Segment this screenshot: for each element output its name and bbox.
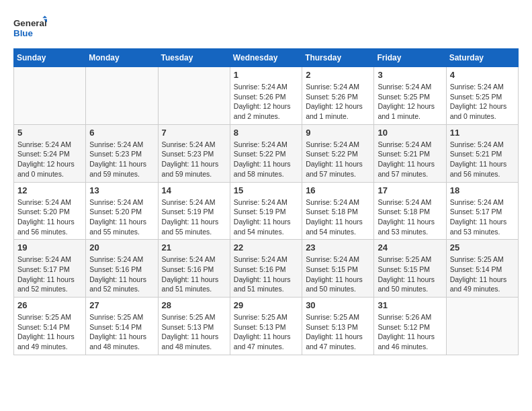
calendar-week-5: 26Sunrise: 5:25 AMSunset: 5:14 PMDayligh… [14,298,519,355]
calendar-cell: 7Sunrise: 5:24 AMSunset: 5:23 PMDaylight… [158,124,230,182]
day-number: 22 [234,242,298,253]
day-number: 25 [450,242,515,253]
calendar-cell: 24Sunrise: 5:25 AMSunset: 5:15 PMDayligh… [374,240,446,298]
day-number: 5 [17,128,82,138]
day-info: Sunrise: 5:24 AMSunset: 5:22 PMDaylight:… [234,140,298,179]
column-header-sunday: Sunday [14,49,86,67]
day-info: Sunrise: 5:25 AMSunset: 5:14 PMDaylight:… [17,312,82,352]
day-number: 6 [89,128,154,138]
day-number: 18 [450,185,515,195]
day-info: Sunrise: 5:25 AMSunset: 5:13 PMDaylight:… [234,312,298,352]
day-info: Sunrise: 5:24 AMSunset: 5:15 PMDaylight:… [306,255,370,294]
calendar-cell: 25Sunrise: 5:25 AMSunset: 5:14 PMDayligh… [446,240,518,298]
day-number: 3 [378,70,442,80]
day-info: Sunrise: 5:24 AMSunset: 5:18 PMDaylight:… [306,197,370,237]
calendar-cell: 20Sunrise: 5:24 AMSunset: 5:16 PMDayligh… [86,240,158,298]
day-info: Sunrise: 5:24 AMSunset: 5:21 PMDaylight:… [378,140,442,179]
day-number: 23 [306,242,370,253]
day-number: 30 [306,300,370,310]
day-info: Sunrise: 5:24 AMSunset: 5:26 PMDaylight:… [234,82,298,122]
calendar-week-3: 12Sunrise: 5:24 AMSunset: 5:20 PMDayligh… [14,182,519,240]
day-number: 15 [234,185,298,195]
page-header: General Blue [13,13,519,42]
calendar-cell: 10Sunrise: 5:24 AMSunset: 5:21 PMDayligh… [374,124,446,182]
calendar-cell: 22Sunrise: 5:24 AMSunset: 5:16 PMDayligh… [230,240,302,298]
calendar-cell: 29Sunrise: 5:25 AMSunset: 5:13 PMDayligh… [230,298,302,355]
calendar-cell [446,298,518,355]
svg-text:Blue: Blue [13,28,33,38]
day-info: Sunrise: 5:24 AMSunset: 5:23 PMDaylight:… [89,140,154,179]
column-header-friday: Friday [374,49,446,67]
calendar-cell: 15Sunrise: 5:24 AMSunset: 5:19 PMDayligh… [230,182,302,240]
day-info: Sunrise: 5:25 AMSunset: 5:14 PMDaylight:… [450,255,515,294]
day-info: Sunrise: 5:24 AMSunset: 5:26 PMDaylight:… [306,82,370,122]
calendar-cell: 19Sunrise: 5:24 AMSunset: 5:17 PMDayligh… [14,240,86,298]
column-header-thursday: Thursday [302,49,374,67]
calendar-cell: 3Sunrise: 5:24 AMSunset: 5:25 PMDaylight… [374,67,446,125]
day-number: 16 [306,185,370,195]
day-info: Sunrise: 5:24 AMSunset: 5:20 PMDaylight:… [89,197,154,237]
day-number: 2 [306,70,370,80]
day-info: Sunrise: 5:24 AMSunset: 5:16 PMDaylight:… [89,255,154,294]
calendar-cell: 13Sunrise: 5:24 AMSunset: 5:20 PMDayligh… [86,182,158,240]
calendar-cell: 14Sunrise: 5:24 AMSunset: 5:19 PMDayligh… [158,182,230,240]
calendar-week-2: 5Sunrise: 5:24 AMSunset: 5:24 PMDaylight… [14,124,519,182]
calendar-cell: 27Sunrise: 5:25 AMSunset: 5:14 PMDayligh… [86,298,158,355]
calendar-cell: 31Sunrise: 5:26 AMSunset: 5:12 PMDayligh… [374,298,446,355]
day-info: Sunrise: 5:25 AMSunset: 5:13 PMDaylight:… [162,312,226,352]
day-info: Sunrise: 5:24 AMSunset: 5:17 PMDaylight:… [450,197,515,237]
day-info: Sunrise: 5:24 AMSunset: 5:20 PMDaylight:… [17,197,82,237]
calendar: SundayMondayTuesdayWednesdayThursdayFrid… [13,48,519,355]
calendar-cell [14,67,86,125]
calendar-cell: 4Sunrise: 5:24 AMSunset: 5:25 PMDaylight… [446,67,518,125]
day-number: 14 [162,185,226,195]
calendar-cell: 23Sunrise: 5:24 AMSunset: 5:15 PMDayligh… [302,240,374,298]
day-number: 12 [17,185,82,195]
day-number: 31 [378,300,442,310]
day-info: Sunrise: 5:25 AMSunset: 5:15 PMDaylight:… [378,255,442,294]
day-number: 19 [17,242,82,253]
day-number: 7 [162,128,226,138]
day-number: 10 [378,128,442,138]
day-info: Sunrise: 5:26 AMSunset: 5:12 PMDaylight:… [378,312,442,352]
column-header-wednesday: Wednesday [230,49,302,67]
day-info: Sunrise: 5:24 AMSunset: 5:23 PMDaylight:… [162,140,226,179]
svg-text:General: General [13,18,47,28]
calendar-cell: 21Sunrise: 5:24 AMSunset: 5:16 PMDayligh… [158,240,230,298]
day-info: Sunrise: 5:24 AMSunset: 5:16 PMDaylight:… [162,255,226,294]
calendar-cell: 28Sunrise: 5:25 AMSunset: 5:13 PMDayligh… [158,298,230,355]
day-info: Sunrise: 5:24 AMSunset: 5:21 PMDaylight:… [450,140,515,179]
day-info: Sunrise: 5:24 AMSunset: 5:19 PMDaylight:… [234,197,298,237]
calendar-cell: 8Sunrise: 5:24 AMSunset: 5:22 PMDaylight… [230,124,302,182]
calendar-cell: 17Sunrise: 5:24 AMSunset: 5:18 PMDayligh… [374,182,446,240]
calendar-cell: 5Sunrise: 5:24 AMSunset: 5:24 PMDaylight… [14,124,86,182]
column-header-saturday: Saturday [446,49,518,67]
day-info: Sunrise: 5:24 AMSunset: 5:19 PMDaylight:… [162,197,226,237]
day-number: 9 [306,128,370,138]
day-number: 27 [89,300,154,310]
day-number: 26 [17,300,82,310]
day-number: 8 [234,128,298,138]
svg-marker-2 [42,16,47,18]
calendar-week-4: 19Sunrise: 5:24 AMSunset: 5:17 PMDayligh… [14,240,519,298]
day-info: Sunrise: 5:24 AMSunset: 5:17 PMDaylight:… [17,255,82,294]
day-info: Sunrise: 5:25 AMSunset: 5:13 PMDaylight:… [306,312,370,352]
calendar-cell: 1Sunrise: 5:24 AMSunset: 5:26 PMDaylight… [230,67,302,125]
day-info: Sunrise: 5:24 AMSunset: 5:18 PMDaylight:… [378,197,442,237]
day-number: 1 [234,70,298,80]
day-info: Sunrise: 5:24 AMSunset: 5:25 PMDaylight:… [450,82,515,122]
day-number: 17 [378,185,442,195]
calendar-cell [158,67,230,125]
day-info: Sunrise: 5:24 AMSunset: 5:16 PMDaylight:… [234,255,298,294]
column-header-monday: Monday [86,49,158,67]
logo: General Blue [13,13,47,42]
calendar-cell: 16Sunrise: 5:24 AMSunset: 5:18 PMDayligh… [302,182,374,240]
calendar-cell: 11Sunrise: 5:24 AMSunset: 5:21 PMDayligh… [446,124,518,182]
calendar-cell [86,67,158,125]
calendar-cell: 12Sunrise: 5:24 AMSunset: 5:20 PMDayligh… [14,182,86,240]
day-number: 4 [450,70,515,80]
day-info: Sunrise: 5:24 AMSunset: 5:24 PMDaylight:… [17,140,82,179]
logo-svg: General Blue [13,13,47,42]
day-number: 28 [162,300,226,310]
calendar-cell: 2Sunrise: 5:24 AMSunset: 5:26 PMDaylight… [302,67,374,125]
